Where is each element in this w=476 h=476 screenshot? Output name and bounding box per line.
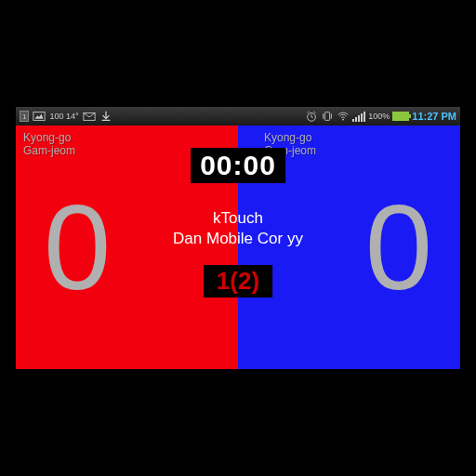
svg-marker-1 [35,113,44,118]
alarm-icon [305,110,318,123]
battery-icon [392,112,409,121]
timer[interactable]: 00:00 [191,148,285,183]
blue-kyonggo-label[interactable]: Kyong-go [264,131,453,144]
image-icon [33,110,46,123]
wifi-icon [337,110,350,123]
status-right: 100% 11:27 PM [305,110,456,123]
red-score[interactable]: 0 [44,187,111,308]
clock: 11:27 PM [412,111,456,122]
blue-score[interactable]: 0 [365,187,432,308]
status-bar: 1 100 14° 100% [16,107,460,126]
svg-rect-0 [33,112,45,121]
battery-pct: 100% [368,112,390,121]
mail-icon [83,110,96,123]
status-left: 1 100 14° [20,110,112,123]
round-indicator[interactable]: 1(2) [204,265,272,298]
app-title: kTouch [213,209,263,228]
svg-point-5 [342,119,344,121]
svg-rect-4 [325,112,330,121]
app-subtitle: Dan Mobile Cor yy [173,230,303,248]
temperature-text: 100 14° [49,112,78,121]
download-icon [99,110,112,123]
phone-screen: 1 100 14° 100% [16,107,460,369]
center-column: 00:00 kTouch Dan Mobile Cor yy 1(2) [173,148,303,298]
red-kyonggo-label[interactable]: Kyong-go [23,131,231,144]
vibrate-icon [321,110,334,123]
scoreboard: Kyong-go Gam-jeom 0 Kyong-go Gam-jeom 0 … [16,126,460,369]
signal-icon [352,111,365,122]
notification-badge: 1 [20,111,29,122]
